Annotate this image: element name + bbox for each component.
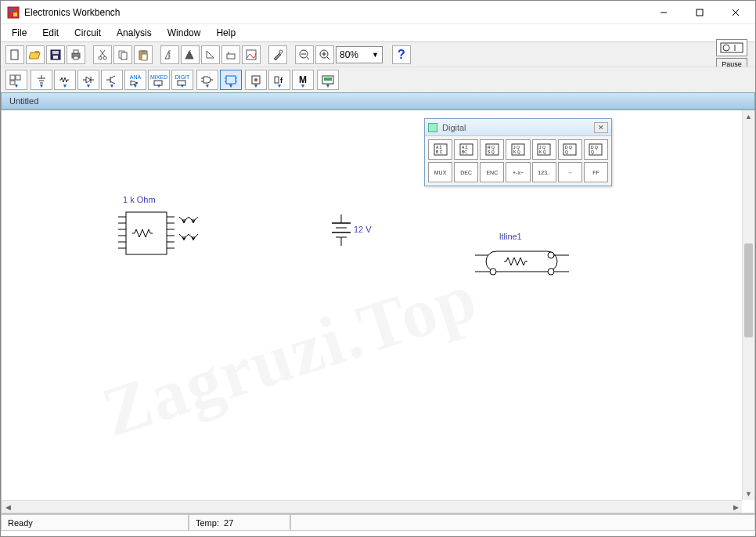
close-button[interactable]: [718, 2, 754, 23]
pbtn-dff[interactable]: D Q Q: [558, 139, 582, 160]
menu-bar: File Edit Circuit Analysis Window Help: [1, 24, 755, 41]
palette-titlebar[interactable]: Digital ✕: [425, 119, 611, 136]
svg-rect-74: [324, 77, 332, 81]
pbtn-alu[interactable]: +-x÷: [506, 162, 530, 182]
status-temp-label: Temp:: [196, 518, 219, 528]
pbtn-dec[interactable]: DEC: [454, 162, 478, 182]
svg-text:K Q: K Q: [539, 150, 546, 154]
bin-sources[interactable]: ▼: [31, 70, 52, 90]
svg-line-37: [327, 57, 329, 59]
rotate-ccw-button[interactable]: [221, 45, 240, 64]
svg-point-18: [103, 56, 106, 59]
svg-rect-44: [16, 75, 20, 80]
schematic-canvas[interactable]: 1 k Ohm: [2, 110, 742, 500]
menu-file[interactable]: File: [4, 26, 34, 40]
scroll-down-icon[interactable]: ▼: [743, 488, 754, 500]
svg-rect-40: [721, 43, 743, 52]
status-ready: Ready: [1, 514, 189, 531]
bin-instruments[interactable]: ▼: [317, 70, 339, 90]
bin-logic-gates[interactable]: ▼: [196, 70, 218, 90]
pbtn-dff2[interactable]: D Q Q: [584, 139, 608, 160]
pbtn-halfadder[interactable]: A ΣB C: [428, 139, 452, 160]
tline-component[interactable]: [471, 243, 573, 286]
bin-digital[interactable]: ▼: [220, 70, 242, 90]
svg-rect-10: [52, 51, 59, 54]
palette-close-button[interactable]: ✕: [594, 122, 608, 133]
bin-misc[interactable]: M▼: [292, 70, 314, 90]
print-button[interactable]: [67, 45, 85, 64]
pbtn-enc[interactable]: ENC: [480, 162, 504, 182]
svg-rect-14: [74, 56, 78, 59]
pbtn-ff[interactable]: FF: [584, 162, 608, 182]
menu-edit[interactable]: Edit: [34, 26, 67, 40]
scroll-left-icon[interactable]: ◀: [2, 501, 14, 513]
save-button[interactable]: [46, 45, 65, 64]
menu-analysis[interactable]: Analysis: [109, 26, 160, 40]
svg-rect-43: [10, 75, 15, 80]
zoom-out-button[interactable]: [295, 45, 314, 64]
pbtn-jkff[interactable]: J QK Q: [506, 139, 530, 160]
graph-button[interactable]: [242, 45, 261, 64]
pbtn-jkff2[interactable]: J QK Q: [532, 139, 556, 160]
toolbar-components: ▼ ▼ ▼ ▼ ▼ ANA▼ MIXED▼ DIGIT▼ ▼ ▼ ▼ f▼ M▼…: [1, 67, 755, 92]
status-spacer: [290, 514, 755, 531]
horizontal-scrollbar[interactable]: ◀ ▶: [2, 500, 742, 513]
svg-rect-13: [74, 50, 78, 53]
bin-indicators[interactable]: ▼: [245, 70, 267, 90]
pbtn-rslatch[interactable]: R QS Q: [480, 139, 504, 160]
probe-button[interactable]: [268, 45, 287, 64]
open-button[interactable]: [26, 45, 45, 64]
svg-rect-4: [697, 9, 703, 16]
digital-palette[interactable]: Digital ✕ A ΣB C A ΣBC R QS Q J QK Q J Q…: [424, 118, 612, 186]
menu-circuit[interactable]: Circuit: [67, 26, 109, 40]
svg-text:Q: Q: [591, 150, 594, 154]
palette-icon: [428, 123, 437, 132]
paste-button[interactable]: [134, 45, 153, 64]
pbtn-shiftreg[interactable]: →: [558, 162, 582, 182]
battery-component[interactable]: [326, 211, 380, 253]
svg-point-110: [490, 268, 496, 275]
maximize-button[interactable]: [682, 2, 718, 23]
tline-label: ltline1: [499, 232, 522, 241]
scroll-up-icon[interactable]: ▲: [743, 110, 754, 123]
scroll-right-icon[interactable]: ▶: [729, 501, 742, 513]
zoom-select[interactable]: 80%▼: [336, 46, 383, 63]
power-switch[interactable]: [716, 39, 747, 56]
bin-favorites[interactable]: ▼: [5, 70, 27, 90]
new-button[interactable]: [5, 45, 24, 64]
copy-button[interactable]: [113, 45, 132, 64]
bin-analog-ic[interactable]: ANA▼: [124, 70, 146, 90]
scroll-thumb-v[interactable]: [744, 243, 753, 337]
help-button[interactable]: ?: [392, 45, 411, 64]
zoom-in-button[interactable]: [315, 45, 334, 64]
flip-h-button[interactable]: [160, 45, 179, 64]
bin-mixed-ic[interactable]: MIXED▼: [148, 70, 170, 90]
vertical-scrollbar[interactable]: ▲ ▼: [742, 110, 754, 500]
palette-title-text: Digital: [442, 123, 466, 132]
rotate-cw-button[interactable]: [201, 45, 220, 64]
menu-window[interactable]: Window: [160, 26, 209, 40]
bin-diodes[interactable]: ▼: [77, 70, 99, 90]
flip-v-button[interactable]: [181, 45, 200, 64]
document-tab[interactable]: Untitled: [1, 92, 755, 110]
status-temp-value: 27: [224, 518, 233, 528]
bin-basic[interactable]: ▼: [54, 70, 76, 90]
svg-marker-24: [165, 51, 169, 59]
svg-point-112: [548, 268, 554, 275]
resistor-label: 1 k Ohm: [123, 195, 156, 204]
svg-text:K Q: K Q: [513, 150, 520, 154]
bin-controls[interactable]: f▼: [268, 70, 290, 90]
minimize-button[interactable]: [646, 2, 682, 23]
svg-text:S Q: S Q: [488, 150, 495, 154]
resistor-network-component[interactable]: [115, 206, 201, 264]
bin-transistors[interactable]: ▼: [101, 70, 123, 90]
pbtn-mux[interactable]: MUX: [428, 162, 452, 182]
pbtn-counter[interactable]: 123..: [532, 162, 556, 182]
app-icon: [7, 6, 20, 19]
bin-digital-ic[interactable]: DIGIT▼: [171, 70, 193, 90]
pbtn-fulladder[interactable]: A ΣBC: [454, 139, 478, 160]
cut-button[interactable]: [93, 45, 112, 64]
svg-line-56: [110, 76, 115, 78]
svg-rect-2: [13, 13, 17, 16]
menu-help[interactable]: Help: [208, 26, 243, 40]
